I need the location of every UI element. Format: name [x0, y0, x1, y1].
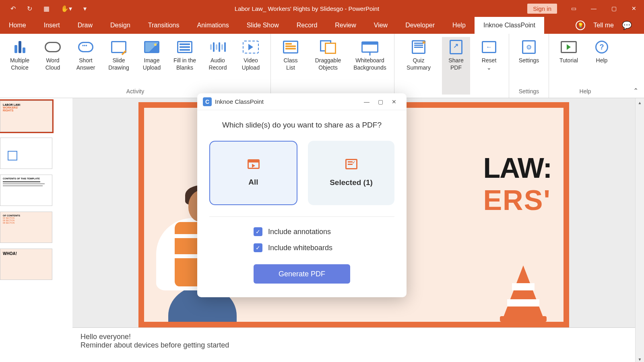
checkbox-include-annotations[interactable]: ✓ Include annotations — [254, 227, 331, 236]
checkbox-label: Include whiteboards — [268, 244, 332, 252]
form-icon — [177, 41, 192, 53]
option-selected-slides[interactable]: Selected (1) — [308, 141, 394, 205]
pdf-icon — [450, 40, 462, 54]
image-upload-button[interactable]: ImageUpload — [138, 37, 166, 88]
help-button[interactable]: ?Help — [588, 37, 616, 88]
whiteboard-backgrounds-button[interactable]: WhiteboardBackgrounds — [351, 37, 388, 95]
dialog-minimize-icon[interactable]: — — [360, 99, 374, 105]
word-cloud-button[interactable]: WordCloud — [39, 37, 67, 88]
tab-home[interactable]: Home — [0, 17, 35, 34]
generate-pdf-button[interactable]: Generate PDF — [254, 264, 350, 284]
collapse-ribbon-icon[interactable]: ⌃ — [633, 87, 638, 95]
thumbnail-slide-5[interactable]: WHOA! — [0, 249, 52, 280]
quiz-summary-button[interactable]: QuizSummary — [400, 37, 437, 95]
tab-insert[interactable]: Insert — [35, 17, 69, 34]
maximize-icon[interactable]: ▢ — [604, 0, 624, 17]
ribbon-group-activity: MultipleChoice WordCloud ShortAnswer Sli… — [0, 34, 271, 98]
list-icon — [283, 41, 298, 53]
dialog-question: Which slide(s) do you want to share as a… — [209, 121, 394, 130]
checkbox-include-whiteboards[interactable]: ✓ Include whiteboards — [254, 243, 332, 252]
slideshow-icon[interactable]: ▦ — [43, 5, 50, 12]
draggable-objects-button[interactable]: DraggableObjects — [310, 37, 347, 95]
tab-inknoe-classpoint[interactable]: Inknoe ClassPoint — [475, 17, 544, 34]
window-controls: Sign in ▭ — ▢ ✕ — [527, 0, 644, 17]
dialog-maximize-icon[interactable]: ▢ — [374, 99, 387, 105]
class-list-button[interactable]: ClassList — [277, 37, 305, 95]
bubble-icon — [78, 42, 93, 52]
tab-slideshow[interactable]: Slide Show — [238, 17, 288, 34]
tab-transitions[interactable]: Transitions — [139, 17, 188, 34]
dialog-close-icon[interactable]: ✕ — [387, 99, 401, 105]
signin-button[interactable]: Sign in — [527, 4, 557, 14]
reset-button[interactable]: ←Reset⌄ — [475, 37, 503, 95]
ribbon-group-settings: Settings Settings — [509, 34, 549, 98]
tutorial-button[interactable]: Tutorial — [555, 37, 583, 88]
window-title: Labor Law_ Workers' Rights by Slidesgo -… — [87, 5, 527, 12]
audio-icon — [210, 41, 226, 53]
vertical-scrollbar[interactable]: ▲ ▼ — [635, 98, 644, 362]
quick-access-toolbar: ↶ ↻ ▦ ✋▾ ▾ — [0, 5, 87, 12]
ribbon: MultipleChoice WordCloud ShortAnswer Sli… — [0, 34, 644, 98]
tab-developer[interactable]: Developer — [396, 17, 444, 34]
thumbnail-slide-1[interactable]: LABOR LAW:WORKERS'RIGHTS — [0, 101, 52, 132]
short-answer-button[interactable]: ShortAnswer — [72, 37, 100, 88]
speaker-notes[interactable]: Hello everyone! Reminder about devices b… — [72, 327, 635, 362]
thumbnail-slide-4[interactable]: OF CONTENTS 04 SECTION 08 SECTION 08 SEC… — [0, 212, 52, 243]
comments-icon[interactable]: 💬 — [622, 21, 632, 30]
slide-title-text[interactable]: LAW: ERS' — [483, 152, 551, 216]
gear-icon — [522, 40, 536, 54]
cone-illustration — [503, 265, 543, 322]
checkmark-icon: ✓ — [254, 243, 262, 252]
group-label-help: Help — [555, 88, 616, 96]
settings-button[interactable]: Settings — [515, 37, 543, 88]
video-upload-button[interactable]: VideoUpload — [237, 37, 265, 88]
option-selected-label: Selected (1) — [330, 178, 373, 187]
slide-drawing-button[interactable]: SlideDrawing — [105, 37, 133, 88]
video-icon — [243, 41, 259, 53]
tab-animations[interactable]: Animations — [188, 17, 238, 34]
touch-icon[interactable]: ✋▾ — [61, 5, 72, 12]
qat-more-icon[interactable]: ▾ — [83, 5, 87, 12]
ribbon-tabs: Home Insert Draw Design Transitions Anim… — [0, 17, 644, 34]
multiple-choice-button[interactable]: MultipleChoice — [6, 37, 34, 88]
tab-record[interactable]: Record — [288, 17, 326, 34]
tellme-bulb-icon[interactable]: 💡 — [576, 21, 585, 30]
tab-design[interactable]: Design — [101, 17, 139, 34]
slide-thumbnails-pane[interactable]: LABOR LAW:WORKERS'RIGHTS CONTENTS OF THI… — [0, 98, 72, 362]
dialog-titlebar[interactable]: C Inknoe ClassPoint — ▢ ✕ — [197, 93, 407, 110]
all-slides-icon — [248, 159, 260, 169]
tab-draw[interactable]: Draw — [69, 17, 101, 34]
share-pdf-dialog: C Inknoe ClassPoint — ▢ ✕ Which slide(s)… — [197, 93, 407, 297]
image-icon — [144, 41, 159, 53]
thumbnail-slide-2[interactable] — [0, 138, 52, 169]
ribbon-display-icon[interactable]: ▭ — [564, 0, 584, 17]
cloud-icon — [45, 42, 61, 52]
fill-blanks-button[interactable]: Fill in theBlanks — [171, 37, 199, 88]
drag-icon — [320, 40, 336, 54]
dialog-divider — [209, 216, 394, 217]
quiz-icon — [412, 40, 425, 54]
tab-view[interactable]: View — [365, 17, 396, 34]
whiteboard-icon — [361, 41, 378, 53]
drawing-icon — [111, 41, 126, 53]
undo-icon[interactable]: ↶ — [10, 5, 16, 12]
tab-review[interactable]: Review — [326, 17, 365, 34]
audio-record-button[interactable]: AudioRecord — [204, 37, 232, 88]
share-pdf-button[interactable]: SharePDF — [442, 37, 470, 95]
tab-help[interactable]: Help — [444, 17, 475, 34]
redo-icon[interactable]: ↻ — [27, 5, 32, 12]
tutorial-icon — [561, 41, 577, 53]
ribbon-group-tools: ClassList DraggableObjects WhiteboardBac… — [271, 34, 394, 98]
close-icon[interactable]: ✕ — [624, 0, 644, 17]
scroll-up-icon[interactable]: ▲ — [636, 98, 644, 107]
dialog-title: Inknoe ClassPoint — [215, 98, 360, 105]
ribbon-group-review: QuizSummary SharePDF ←Reset⌄ — [394, 34, 509, 98]
multiple-choice-icon — [14, 41, 25, 53]
scroll-down-icon[interactable]: ▼ — [636, 355, 644, 362]
selected-slides-icon — [345, 159, 357, 169]
option-all-slides[interactable]: All — [209, 141, 297, 205]
minimize-icon[interactable]: — — [584, 0, 604, 17]
thumbnail-slide-3[interactable]: CONTENTS OF THIS TEMPLATE — [0, 175, 52, 206]
tellme-label[interactable]: Tell me — [593, 22, 614, 29]
group-label-settings: Settings — [515, 88, 543, 96]
